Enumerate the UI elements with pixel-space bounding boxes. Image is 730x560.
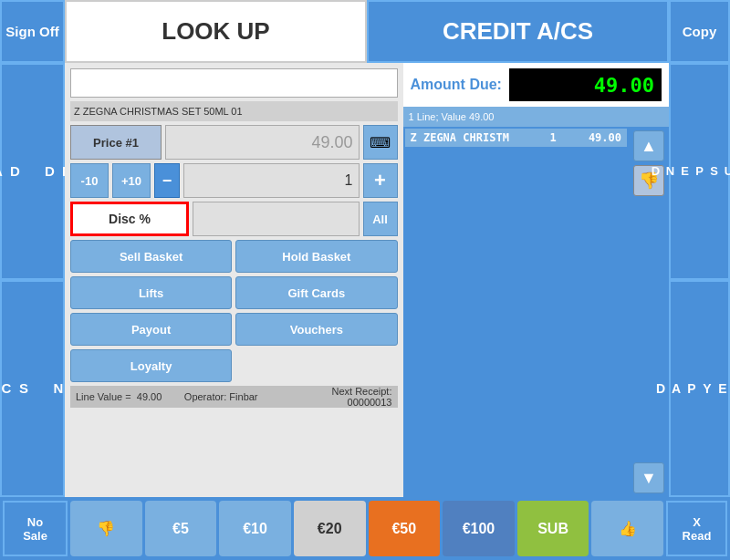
plus-icon: + [374, 169, 386, 192]
lookup-button[interactable]: LOOK UP [65, 0, 367, 63]
disc-button[interactable]: Disc % [70, 202, 189, 236]
disc-value [193, 202, 360, 236]
left-sidebar: E N D D A Y N O N S C A N [0, 63, 65, 497]
price-row: Price #1 49.00 ⌨ [70, 125, 398, 160]
receipt-list: Z ZEGNA CHRISTM 1 49.00 [403, 127, 630, 497]
lifts-button[interactable]: Lifts [70, 276, 232, 309]
gift-cards-button[interactable]: Gift Cards [235, 276, 397, 309]
thumbs-up-icon: 👍 [619, 520, 637, 537]
sign-off-button[interactable]: Sign Off [0, 0, 65, 63]
center-panel: Z ZEGNA CHRISTMAS SET 50ML 01 Price #1 4… [65, 63, 403, 497]
keypad-button[interactable]: K E Y P A D [669, 280, 730, 497]
hold-basket-button[interactable]: Hold Basket [235, 240, 397, 273]
plus10-button[interactable]: +10 [112, 163, 151, 198]
e100-button[interactable]: €100 [443, 501, 515, 556]
plus-button[interactable]: + [363, 163, 398, 198]
amount-due-row: Amount Due: 49.00 [403, 63, 670, 107]
e5-button[interactable]: €5 [145, 501, 217, 556]
right-sidebar: S U S P E N D K E Y P A D [669, 63, 730, 497]
search-input[interactable] [70, 68, 398, 98]
copy-button[interactable]: Copy [669, 0, 730, 63]
amount-due-value: 49.00 [509, 68, 662, 101]
no-sale-button[interactable]: NoSale [3, 501, 68, 556]
scroll-up-button[interactable]: ▲ [633, 130, 664, 161]
e50-button[interactable]: €50 [369, 501, 441, 556]
vouchers-button[interactable]: Vouchers [235, 313, 397, 346]
thumbs-up-button[interactable]: 👍 [591, 501, 663, 556]
minus-button[interactable]: − [154, 163, 180, 198]
suspend-button[interactable]: S U S P E N D [669, 63, 730, 280]
all-button[interactable]: All [363, 202, 398, 236]
arrow-down-icon: ▼ [641, 469, 657, 488]
disc-row: Disc % All [70, 202, 398, 236]
search-row [70, 68, 398, 98]
bottom-bar: NoSale 👎 €5 €10 €20 €50 €100 SUB 👍 XRead [0, 497, 730, 560]
right-section: Amount Due: 49.00 1 Line; Value 49.00 Z … [403, 63, 731, 497]
qty-value: 1 [183, 163, 360, 198]
arrow-up-icon: ▲ [641, 137, 657, 156]
loyalty-button[interactable]: Loyalty [70, 349, 232, 382]
keyboard-icon: ⌨ [370, 134, 391, 151]
sub-button[interactable]: SUB [517, 501, 589, 556]
minus-icon: − [162, 171, 172, 191]
receipt-item: Z ZEGNA CHRISTM 1 49.00 [405, 129, 628, 147]
keyboard-icon-button[interactable]: ⌨ [363, 125, 398, 160]
status-bar: Line Value = 49.00 Operator: Finbar Next… [70, 386, 398, 408]
credit-button[interactable]: CREDIT A/CS [367, 0, 669, 63]
transaction-bar: 1 Line; Value 49.00 [403, 107, 670, 127]
price-value: 49.00 [165, 125, 360, 160]
non-scan-button[interactable]: N O N S C A N [0, 280, 65, 497]
price-label-button[interactable]: Price #1 [70, 125, 162, 160]
qty-row: -10 +10 − 1 + [70, 163, 398, 198]
end-day-button[interactable]: E N D D A Y [0, 63, 65, 280]
e20-button[interactable]: €20 [294, 501, 366, 556]
scroll-down-button[interactable]: ▼ [633, 462, 664, 493]
e10-button[interactable]: €10 [219, 501, 291, 556]
action-buttons: Sell Basket Hold Basket Lifts Gift Cards… [70, 240, 398, 382]
minus10-button[interactable]: -10 [70, 163, 109, 198]
x-read-button[interactable]: XRead [666, 501, 727, 556]
payout-button[interactable]: Payout [70, 313, 232, 346]
thumbs-down-button[interactable]: 👎 [70, 501, 142, 556]
product-info-bar: Z ZEGNA CHRISTMAS SET 50ML 01 [70, 101, 398, 121]
thumbs-down-icon: 👎 [97, 520, 115, 537]
sell-basket-button[interactable]: Sell Basket [70, 240, 232, 273]
